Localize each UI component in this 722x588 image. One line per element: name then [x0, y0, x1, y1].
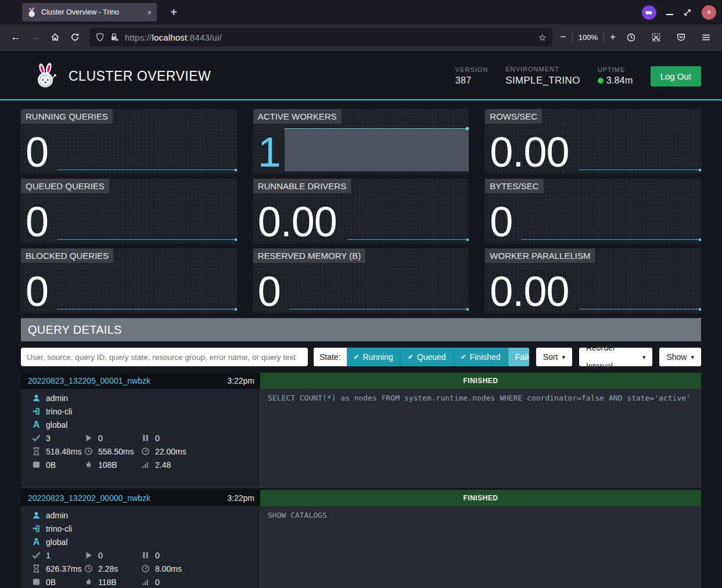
peak-memory-flame-icon	[84, 578, 93, 586]
execution-time-gauge-icon	[141, 564, 150, 573]
execution-time: 8.00ms	[155, 564, 182, 573]
query-row: 20220823_132205_00001_nwbzk 3:22pm admin…	[21, 373, 701, 488]
stat-value: 1	[258, 132, 281, 172]
zoom-in-button[interactable]: +	[610, 31, 616, 43]
stat-panel-rows-sec: ROWS/SEC 0.00	[485, 109, 701, 174]
screenshot-scissors-icon[interactable]	[646, 28, 666, 46]
stat-label: BLOCKED QUERIES	[21, 248, 113, 263]
forward-icon[interactable]: →	[26, 28, 45, 46]
uptime-value: 3.84m	[606, 75, 633, 85]
current-memory-scale-icon	[32, 578, 41, 586]
stat-label: QUEUED QUERIES	[21, 179, 109, 193]
environment-block: ENVIRONMENT SIMPLE_TRINO	[505, 66, 580, 86]
reload-icon[interactable]	[65, 28, 85, 46]
trino-bunny-logo	[34, 63, 58, 89]
sparkline-dot	[235, 169, 237, 171]
stat-panel-runnable-drivers: RUNNABLE DRIVERS 0.00	[253, 179, 469, 244]
completed-splits-check-icon	[32, 551, 41, 560]
sparkline-dot	[466, 239, 469, 241]
tracking-shield-icon[interactable]	[95, 33, 105, 42]
uptime-status-dot	[598, 78, 604, 84]
page-header: CLUSTER OVERVIEW VERSION 387 ENVIRONMENT…	[0, 50, 722, 99]
sparkline-dot	[466, 127, 469, 130]
tab-title: Cluster Overview - Trino	[41, 8, 142, 16]
cluster-stats-grid: RUNNING QUERIES 0 ACTIVE WORKERS 1 ROWS/…	[21, 109, 701, 313]
stat-label: RUNNING QUERIES	[21, 109, 113, 124]
running-splits-play-icon	[84, 434, 93, 442]
browser-tab[interactable]: Cluster Overview - Trino ×	[22, 3, 157, 21]
state-filter-queued[interactable]: ✔ Queued	[400, 348, 453, 366]
stat-value: 0	[490, 202, 512, 241]
stat-value: 0.00	[258, 202, 337, 241]
window-minimize-button[interactable]	[666, 14, 673, 15]
running-splits: 0	[98, 551, 103, 560]
stat-value: 0	[258, 272, 281, 311]
stat-panel-blocked-queries: BLOCKED QUERIES 0	[21, 248, 237, 313]
peak-memory: 108B	[98, 460, 117, 470]
chevron-down-icon: ▾	[691, 348, 694, 366]
check-icon: ✔	[354, 348, 360, 366]
check-icon: ✔	[461, 348, 466, 366]
sparkline	[289, 309, 469, 309]
state-filter-finished[interactable]: ✔ Finished	[453, 348, 508, 366]
query-source: trino-cli	[46, 407, 72, 416]
query-time: 3:22pm	[227, 376, 254, 385]
queued-splits-pause-icon	[141, 551, 150, 560]
wall-time-hourglass-icon	[32, 447, 41, 456]
sparkline-dot	[699, 239, 701, 241]
query-id-link[interactable]: 20220823_132202_00000_nwbzk	[28, 493, 150, 503]
query-user: admin	[46, 394, 68, 403]
zoom-level[interactable]: 100%	[579, 33, 598, 42]
reorder-interval-dropdown[interactable]: Reorder Interval ▾	[579, 348, 653, 366]
environment-value: SIMPLE_TRINO	[505, 75, 580, 86]
stat-value: 0	[26, 132, 48, 172]
parallelism: 0	[155, 578, 160, 587]
running-splits: 0	[98, 434, 103, 443]
user-icon	[32, 511, 41, 520]
cpu-time-clock-icon	[84, 564, 93, 573]
state-filter-running[interactable]: ✔ Running	[347, 348, 400, 366]
logout-button[interactable]: Log Out	[651, 66, 701, 86]
new-tab-button[interactable]: +	[165, 3, 182, 21]
sparkline	[57, 169, 236, 170]
completed-splits: 3	[46, 434, 51, 443]
sort-dropdown[interactable]: Sort ▾	[536, 348, 572, 366]
version-block: VERSION 387	[455, 66, 488, 86]
back-icon[interactable]: ←	[6, 28, 26, 46]
sparkline	[579, 309, 701, 309]
tab-close-icon[interactable]: ×	[147, 8, 152, 17]
query-status-badge: FINISHED	[260, 490, 701, 506]
stat-panel-running-queries: RUNNING QUERIES 0	[21, 109, 237, 174]
home-icon[interactable]	[45, 28, 65, 46]
state-filter-failed-dropdown[interactable]: Failed ▾	[508, 348, 529, 366]
stat-panel-bytes-sec: BYTES/SEC 0	[485, 179, 701, 244]
query-id-link[interactable]: 20220823_132205_00001_nwbzk	[28, 376, 150, 385]
lock-warning-icon[interactable]	[110, 33, 120, 42]
page-title: CLUSTER OVERVIEW	[69, 68, 211, 84]
sparkline	[57, 309, 236, 309]
resource-group-icon: A	[32, 537, 41, 547]
query-resource-group: global	[46, 538, 67, 547]
sparkline	[347, 239, 469, 240]
stat-label: ACTIVE WORKERS	[253, 109, 342, 124]
uptime-block: UPTIME 3.84m	[598, 66, 633, 86]
url-bar[interactable]: https://localhost:8443/ui/ ☆	[89, 28, 552, 46]
zoom-out-button[interactable]: −	[561, 31, 566, 43]
window-close-button[interactable]: ×	[702, 5, 716, 20]
menu-hamburger-icon[interactable]	[696, 28, 716, 46]
query-details-title: QUERY DETAILS	[21, 318, 701, 341]
chevron-down-icon: ▾	[562, 348, 565, 366]
history-clock-icon[interactable]	[622, 28, 641, 46]
query-search-input[interactable]	[21, 348, 308, 366]
pocket-icon[interactable]	[671, 28, 691, 46]
stat-label: RESERVED MEMORY (B)	[253, 248, 366, 263]
completed-splits-check-icon	[32, 434, 41, 442]
query-resource-group: global	[46, 420, 67, 430]
url-text: https://localhost:8443/ui/	[125, 33, 533, 42]
window-restore-button[interactable]	[683, 8, 692, 17]
stat-label: ROWS/SEC	[485, 109, 542, 124]
stat-panel-worker-parallelism: WORKER PARALLELISM 0.00	[485, 248, 701, 313]
sparkline	[57, 239, 236, 240]
show-dropdown[interactable]: Show ▾	[659, 348, 701, 366]
bookmark-star-icon[interactable]: ☆	[538, 32, 547, 43]
